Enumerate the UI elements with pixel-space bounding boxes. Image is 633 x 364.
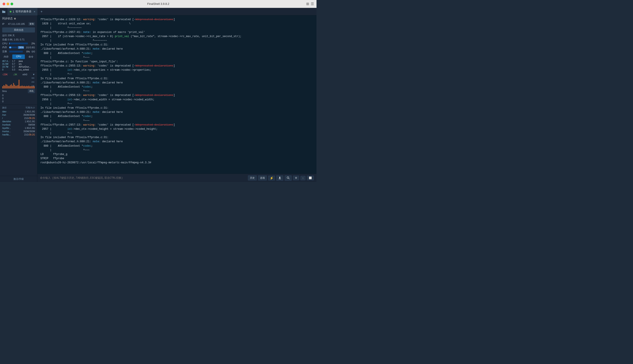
svg-rect-3 — [6, 84, 6, 88]
proc-cpu: 1.7 — [12, 60, 19, 62]
terminal-input-field[interactable] — [40, 176, 246, 180]
proc-pid: 31.5M — [2, 63, 12, 65]
grid-icon[interactable]: ⊞ — [306, 2, 309, 6]
process-row: 0 0.3 rcu_sched — [0, 68, 37, 71]
cpu-value: 2% — [29, 42, 35, 45]
menu-icon[interactable]: ☰ — [311, 2, 314, 6]
disk-avail: 5M/5M — [20, 124, 35, 126]
terminal-line: | ^~~ — [41, 102, 313, 106]
terminal-output[interactable]: fftools/ffprobe.c:1828:12: warning: 'cod… — [37, 15, 316, 174]
disk-path: /dev/shm — [2, 120, 20, 123]
swap-label: 交换 — [2, 50, 8, 53]
net-down-label: ↓3K — [13, 73, 17, 76]
tab-close-icon[interactable]: × — [34, 10, 35, 14]
svg-rect-9 — [12, 86, 13, 88]
svg-rect-24 — [28, 86, 29, 88]
tabbar: 1 聪哥的服务器 × + — [0, 8, 316, 15]
terminal-line: 1828 | struct unit_value uv; \ — [41, 22, 313, 26]
proc-pid: 19.7M — [2, 66, 12, 68]
ms-row: 0 — [2, 100, 35, 103]
disk-row: /run/lock 5M/5M — [0, 123, 37, 126]
net-chevron[interactable]: ▼ — [33, 73, 35, 76]
proc-pid: 467.4... — [2, 60, 12, 62]
svg-rect-1 — [3, 85, 4, 88]
local-button[interactable]: 本机 — [28, 89, 35, 93]
terminal-line: fftools/ffprobe.c:2955:13: warning: 'cod… — [41, 64, 313, 68]
lightning-button[interactable]: ⚡ — [268, 176, 275, 180]
tab-name: 聪哥的服务器 — [16, 10, 32, 14]
terminal-line: In file included from fftools/ffprobe.c:… — [41, 43, 313, 47]
system-info-button[interactable]: 系统信息 — [2, 28, 35, 32]
maximize-button[interactable] — [11, 3, 13, 5]
svg-rect-0 — [2, 86, 3, 88]
svg-rect-23 — [27, 86, 28, 88]
close-button[interactable] — [3, 3, 5, 5]
sync-status: 同步状态 — [0, 15, 37, 22]
svg-rect-21 — [25, 86, 26, 88]
svg-rect-10 — [13, 83, 14, 88]
terminal-line: 2956 | ist->dec_ctx->coded_width = strea… — [41, 98, 313, 102]
terminal-line: ./libavformat/avformat.h:880:21: note: d… — [41, 140, 313, 144]
tab-index: 1 — [13, 10, 14, 13]
ms-row: 0 — [2, 97, 35, 100]
swap-detail: 0/0 — [32, 50, 35, 53]
tab-cpu[interactable]: CPU — [12, 54, 25, 59]
add-tab-button[interactable]: + — [38, 8, 45, 15]
net-up-label: ↑23K — [2, 73, 8, 76]
upgrade-button[interactable]: 激活/升级 — [14, 178, 24, 181]
proc-name: AliYunDun... — [19, 66, 35, 68]
svg-rect-18 — [22, 86, 23, 88]
terminal-line: | ^~~~~~~~~ — [41, 26, 313, 30]
tab-cmd[interactable]: 命令 — [25, 54, 37, 59]
disk-avail: 393M/393M — [20, 130, 35, 132]
terminal-line: fftools/ffprobe.c: In function 'open_inp… — [41, 60, 313, 64]
history-button[interactable]: 历史 — [248, 176, 257, 180]
network-header: ↑23K ↓3K eth0 ▼ — [0, 72, 37, 76]
disk-path: /run/lock — [2, 124, 20, 126]
svg-rect-11 — [14, 85, 15, 88]
ms-row: 0 — [2, 94, 35, 97]
tab-connected-dot — [10, 11, 12, 12]
svg-rect-20 — [24, 86, 25, 88]
main-layout: 同步状态 IP 47.111.133.185 复制 系统信息 运行 206 天 … — [0, 15, 316, 182]
terminal-line: ./libavformat/avformat.h:880:21: note: d… — [41, 110, 313, 114]
disk-row: /run/us... 393M/393M — [0, 130, 37, 133]
cpu-progress-bar — [9, 42, 28, 44]
app-title: FinalShell 3.9.8.2 — [147, 2, 169, 6]
proc-cpu: 0.7 — [12, 63, 19, 65]
terminal-line: 880 | AVCodecContext *codec; — [41, 114, 313, 118]
scroll-up-button[interactable]: ↑ — [300, 176, 306, 180]
settings-button[interactable]: ⚙ — [293, 176, 299, 180]
terminal-line: root@ubuntu20-hz-2020072:/usr/local/ffmp… — [41, 161, 313, 165]
disk-path: /run — [2, 114, 20, 116]
copy-ip-button[interactable]: 复制 — [28, 22, 35, 26]
ms-section: 0 0 0 — [0, 93, 37, 104]
tab-server[interactable]: 1 聪哥的服务器 × — [8, 8, 38, 15]
ping-row: 0ms 本机 — [0, 89, 37, 93]
swap-row: 交换 0% 0/0 — [0, 50, 37, 54]
svg-text:38K: 38K — [32, 77, 35, 79]
uptime-row: 运行 206 天 — [0, 33, 37, 38]
svg-rect-19 — [23, 86, 24, 88]
mem-progress-bar — [9, 46, 17, 48]
terminal-line: ./libavformat/avformat.h:880:21: note: d… — [41, 81, 313, 85]
options-button[interactable]: 选项 — [258, 176, 267, 180]
process-row: 31.5M 0.7 srs — [0, 62, 37, 66]
terminal-line: In file included from fftools/ffprobe.c:… — [41, 136, 313, 140]
minimize-button[interactable] — [7, 3, 9, 5]
swap-progress-bar — [9, 51, 23, 52]
mem-label: 内存 — [2, 46, 8, 49]
process-row: 19.7M 0.7 AliYunDun... — [0, 66, 37, 68]
net-iface: eth0 — [23, 73, 27, 76]
terminal-line: In file included from fftools/ffprobe.c:… — [41, 106, 313, 110]
terminal-line: fftools/ffprobe.c:1828:12: warning: 'cod… — [41, 18, 313, 22]
tab-mem[interactable]: 内存 — [0, 54, 12, 59]
terminal-line: | ^~~ — [41, 72, 313, 76]
folder-icon[interactable] — [0, 8, 8, 15]
process-table: 467.4... 1.7 java 31.5M 0.7 srs 19.7M 0.… — [0, 59, 37, 71]
disk-header: 路径 可用/大小 — [0, 106, 37, 110]
window-button[interactable]: ⬜ — [307, 176, 314, 180]
upload-button[interactable] — [276, 176, 283, 181]
search-button[interactable] — [285, 176, 292, 181]
svg-rect-4 — [7, 85, 8, 88]
